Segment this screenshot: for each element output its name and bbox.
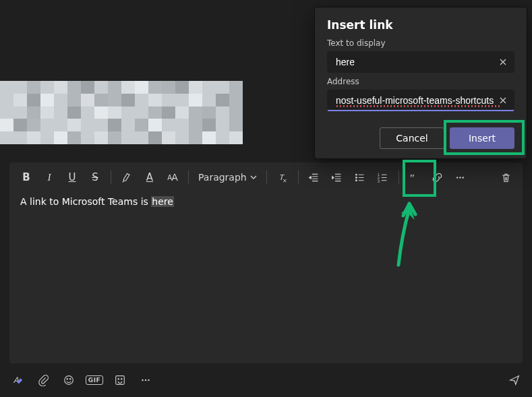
svg-text:”: ” xyxy=(410,172,415,183)
bullet-list-button[interactable] xyxy=(349,166,372,188)
text-to-display-field[interactable] xyxy=(327,51,514,73)
svg-point-12 xyxy=(65,376,73,385)
insert-link-button[interactable] xyxy=(426,166,449,188)
compose-editor: B I U S A AA Paragraph T xyxy=(9,162,523,363)
dialog-title: Insert link xyxy=(327,18,514,32)
svg-text:T: T xyxy=(279,173,285,181)
format-toolbar: B I U S A AA Paragraph T xyxy=(9,162,523,192)
svg-point-16 xyxy=(118,378,119,379)
more-actions-button[interactable] xyxy=(138,372,154,388)
svg-point-19 xyxy=(145,379,147,381)
separator xyxy=(298,171,299,184)
clear-formatting-button[interactable]: T xyxy=(271,166,294,188)
paragraph-dropdown[interactable]: Paragraph xyxy=(193,166,262,188)
message-text: A link to Microsoft Teams is xyxy=(20,196,151,207)
highlight-button[interactable] xyxy=(115,166,138,188)
format-toggle-button[interactable]: A xyxy=(9,372,26,388)
more-options-button[interactable] xyxy=(449,166,472,188)
svg-point-9 xyxy=(460,177,461,178)
numbered-list-button[interactable]: 123 xyxy=(372,166,394,188)
redacted-region xyxy=(0,81,243,144)
paragraph-label: Paragraph xyxy=(198,172,247,183)
address-label: Address xyxy=(327,77,514,86)
attach-button[interactable] xyxy=(35,372,51,388)
svg-point-17 xyxy=(121,378,122,379)
svg-point-18 xyxy=(142,379,144,381)
gif-label: GIF xyxy=(86,375,103,385)
message-body[interactable]: A link to Microsoft Teams is here xyxy=(9,192,523,363)
separator xyxy=(111,171,111,184)
text-to-display-label: Text to display xyxy=(327,38,514,48)
svg-point-10 xyxy=(463,177,464,178)
underline-button[interactable]: U xyxy=(61,166,84,188)
cancel-button[interactable]: Cancel xyxy=(380,127,444,149)
separator xyxy=(266,171,267,184)
svg-point-20 xyxy=(148,379,150,381)
sticker-button[interactable] xyxy=(112,372,128,388)
insert-button[interactable]: Insert xyxy=(450,127,514,149)
font-color-button[interactable]: A xyxy=(138,166,161,188)
dialog-actions: Cancel Insert xyxy=(327,127,514,149)
delete-button[interactable] xyxy=(494,166,517,188)
chevron-down-icon xyxy=(250,174,257,181)
svg-point-1 xyxy=(356,174,357,175)
font-size-button[interactable]: AA xyxy=(161,166,184,188)
increase-indent-button[interactable] xyxy=(326,166,349,188)
bold-button[interactable]: B xyxy=(15,166,38,188)
svg-point-13 xyxy=(67,378,67,379)
insert-link-dialog: Insert link Text to display Address Canc… xyxy=(314,7,527,159)
svg-point-8 xyxy=(456,177,458,178)
address-input[interactable] xyxy=(328,90,514,110)
clear-text-icon[interactable] xyxy=(496,55,510,69)
send-button[interactable] xyxy=(506,372,523,388)
decrease-indent-button[interactable] xyxy=(303,166,326,188)
gif-button[interactable]: GIF xyxy=(86,372,102,388)
selected-text: here xyxy=(151,196,174,207)
svg-point-14 xyxy=(70,378,71,379)
svg-point-2 xyxy=(356,177,357,178)
address-field[interactable] xyxy=(327,90,514,111)
svg-text:A: A xyxy=(13,375,19,385)
svg-text:3: 3 xyxy=(378,179,380,183)
separator xyxy=(398,171,399,184)
quote-button[interactable]: ” xyxy=(403,166,426,188)
clear-address-icon[interactable] xyxy=(496,94,510,107)
compose-actions: A GIF xyxy=(9,370,523,390)
strikethrough-button[interactable]: S xyxy=(84,166,107,188)
svg-point-3 xyxy=(356,179,357,181)
text-to-display-input[interactable] xyxy=(328,52,514,72)
separator xyxy=(188,171,189,184)
emoji-button[interactable] xyxy=(61,372,77,388)
italic-button[interactable]: I xyxy=(38,166,61,188)
